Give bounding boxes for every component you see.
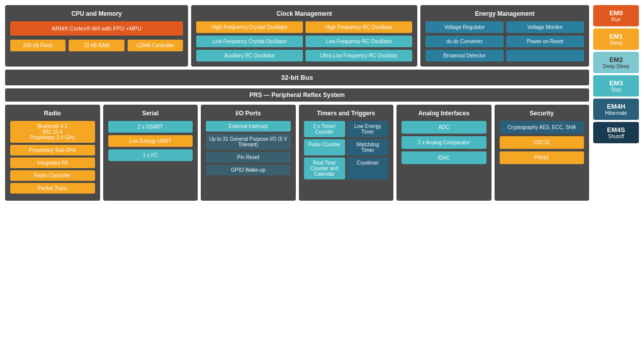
em0-item: EM0 Run (593, 5, 639, 26)
analog-idac: IDAC (402, 151, 486, 164)
serial-leuart: Low Energy UART (108, 135, 193, 147)
em-sidebar: EM0 Run EM1 Sleep EM2 Deep Sleep EM3 Sto… (593, 5, 639, 143)
em4h-label: EM4H (596, 103, 636, 110)
io-section: I/O Ports External Interrupt Up to 31 Ge… (201, 105, 296, 201)
em2-item: EM2 Deep Sleep (593, 52, 639, 73)
clock-lf-crystal: Low Frequency Crystal Oscillator (196, 36, 303, 47)
bottom-row: Radio Bluetooth 4.2 802.15.4 Proprietary… (5, 105, 589, 201)
em2-sub: Deep Sleep (596, 64, 636, 69)
serial-usart: 2 x USART (108, 121, 193, 133)
cpu-section: CPU and Memory ARM® Cortex®-M4 with FPU … (5, 5, 188, 67)
timer-cryo: Cryotimer (347, 158, 388, 179)
radio-packet: Packet Trace (10, 183, 95, 194)
em3-item: EM3 Stop (593, 75, 639, 97)
analog-comparator: 2 x Analog Comparator (402, 136, 486, 149)
em1-item: EM1 Sleep (593, 28, 639, 50)
energy-voltage-reg: Voltage Regulator (425, 21, 503, 33)
em3-label: EM3 (596, 79, 636, 87)
energy-empty (506, 50, 584, 61)
clock-section: Clock Management High Frequency Crystal … (191, 5, 417, 67)
cpu-title: CPU and Memory (10, 10, 183, 17)
radio-bt: Bluetooth 4.2 802.15.4 Proprietary 2.4 G… (10, 121, 95, 143)
main-layout: CPU and Memory ARM® Cortex®-M4 with FPU … (5, 5, 639, 201)
energy-section: Energy Management Voltage Regulator Volt… (420, 5, 589, 67)
timer-le: Low Energy Timer (347, 121, 388, 137)
bus-bar: 32-bit Bus (5, 70, 589, 85)
prs-bar: PRS — Peripheral Reflex System (5, 88, 589, 102)
radio-pa: Integrated PA (10, 158, 95, 168)
io-pin-reset: Pin Reset (206, 152, 291, 163)
energy-voltage-mon: Voltage Monitor (506, 21, 584, 33)
clock-hf-crystal: High Frequency Crystal Oscillator (196, 21, 303, 33)
top-row: CPU and Memory ARM® Cortex®-M4 with FPU … (5, 5, 589, 67)
io-ext-int: External Interrupt (206, 121, 291, 132)
analog-title: Analog Interfaces (402, 110, 486, 117)
energy-grid: Voltage Regulator Voltage Monitor dc-dc … (425, 21, 584, 61)
timers-section: Timers and Triggers 2 x Timer/ Counter L… (299, 105, 394, 201)
em4s-item: EM4S Shutoff (593, 122, 639, 143)
serial-i2c: 1 x I²C (108, 149, 193, 161)
timers-grid: 2 x Timer/ Counter Low Energy Timer Puls… (304, 121, 389, 179)
em1-sub: Sleep (596, 40, 636, 46)
cpu-flash: 256 kB Flash (10, 40, 66, 51)
em3-sub: Stop (596, 87, 636, 92)
radio-title: Radio (10, 110, 95, 117)
radio-controller: Radio Controller (10, 170, 95, 181)
clock-hf-rc: High Frequency RC Oscillator (305, 21, 412, 33)
security-crypto: Cryptography AES, ECC, SHA (500, 121, 585, 134)
energy-dcdc: dc-dc Converter (425, 36, 503, 47)
em1-label: EM1 (596, 33, 636, 40)
io-gpio: Up to 31 General Purpose I/O (5 V Tolera… (206, 134, 291, 150)
em0-label: EM0 (596, 9, 636, 17)
serial-section: Serial 2 x USART Low Energy UART 1 x I²C (103, 105, 198, 201)
security-title: Security (500, 110, 585, 117)
energy-power-on: Power-on Reset (506, 36, 584, 47)
clock-lf-rc: Low Frequency RC Oscillator (305, 36, 412, 47)
clock-aux-rc: Auxillary RC Oscillator (196, 50, 303, 61)
serial-title: Serial (108, 110, 193, 117)
cpu-bottom: 256 kB Flash 32 kB RAM LDMA Controller (10, 40, 183, 51)
io-title: I/O Ports (206, 110, 291, 117)
timers-title: Timers and Triggers (304, 110, 389, 117)
em4s-label: EM4S (596, 126, 636, 134)
analog-section: Analog Interfaces ADC 2 x Analog Compara… (396, 105, 492, 201)
analog-adc: ADC (402, 121, 486, 134)
energy-brownout: Brownout Detector (425, 50, 503, 61)
radio-section: Radio Bluetooth 4.2 802.15.4 Proprietary… (5, 105, 100, 201)
em0-sub: Run (596, 17, 636, 22)
io-gpio-wakeup: GPIO Wake-up (206, 165, 291, 175)
cpu-ldma: LDMA Controller (128, 40, 183, 51)
em4h-item: EM4H Hibernate (593, 99, 639, 120)
timer-watchdog: Watchdog Timer (347, 139, 388, 155)
security-prng: PRNG (500, 151, 585, 164)
timer-counter: 2 x Timer/ Counter (304, 121, 345, 137)
security-section: Security Cryptography AES, ECC, SHA CRC3… (495, 105, 590, 201)
timer-pulse: Pulse Counter (304, 139, 345, 155)
timer-rtc: Real Time Counter and Calendar (304, 158, 345, 179)
cpu-ram: 32 kB RAM (69, 40, 124, 51)
energy-title: Energy Management (425, 10, 584, 17)
security-crc: CRC32 (500, 136, 585, 149)
cpu-core: ARM® Cortex®-M4 with FPU +MPU (10, 21, 183, 36)
clock-title: Clock Management (196, 10, 412, 17)
clock-ulf-rc: Ultra Low Frequency RC Oscilator (305, 50, 412, 61)
clock-grid: High Frequency Crystal Oscillator High F… (196, 21, 412, 61)
diagram: CPU and Memory ARM® Cortex®-M4 with FPU … (5, 5, 589, 201)
radio-sub-ghz: Proprietary Sub-GHz (10, 145, 95, 155)
em4s-sub: Shutoff (596, 134, 636, 139)
em4h-sub: Hibernate (596, 110, 636, 116)
em2-label: EM2 (596, 56, 636, 64)
